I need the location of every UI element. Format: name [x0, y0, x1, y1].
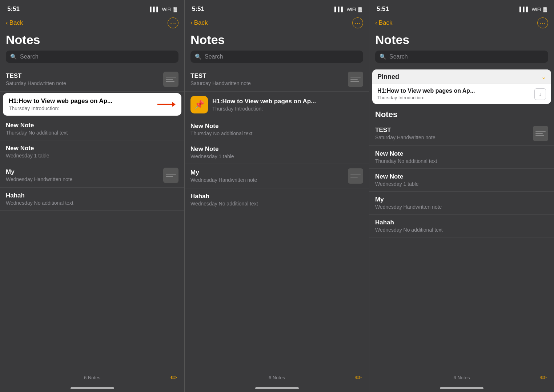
more-button-3[interactable]: ···: [537, 17, 548, 28]
thumb-line: [535, 135, 544, 136]
note-item-2-5[interactable]: My Wednesday Handwritten note: [185, 164, 369, 188]
search-bar-3[interactable]: 🔍 Search: [375, 51, 548, 63]
more-icon-2: ···: [355, 19, 361, 27]
search-bar-2[interactable]: 🔍 Search: [190, 51, 363, 63]
pinned-chevron-icon[interactable]: ⌄: [541, 73, 546, 80]
pinned-note-title: H1:How to View web pages on Ap...: [377, 88, 475, 94]
note-title-2-2: H1:How to View web pages on Ap...: [212, 98, 363, 105]
thumb-line: [166, 77, 176, 77]
battery-icon-2: ▓: [358, 7, 362, 12]
arrow-right-icon: [157, 102, 176, 107]
note-subtitle-1-4: Wednesday 1 table: [6, 153, 178, 159]
note-item-2-6[interactable]: Hahah Wednesday No additional text: [185, 188, 369, 211]
note-title-1-2: H1:How to View web pages on Ap...: [9, 97, 153, 105]
thumb-line: [535, 131, 546, 132]
note-item-3-5[interactable]: Hahah Wednesday No additional text: [369, 215, 554, 237]
note-item-3-3[interactable]: New Note Wednesday 1 table: [369, 169, 554, 192]
notes-list-3: TEST Saturday Handwritten note New Note …: [369, 121, 554, 392]
note-content-1-6: Hahah Wednesday No additional text: [6, 192, 178, 206]
note-item-1-4[interactable]: New Note Wednesday 1 table: [0, 140, 184, 163]
note-item-3-4[interactable]: My Wednesday Handwritten note: [369, 192, 554, 215]
note-item-1-1[interactable]: TEST Saturday Handwritten note: [0, 67, 184, 92]
note-content-3-4: My Wednesday Handwritten note: [375, 196, 548, 210]
thumb-line: [350, 77, 361, 77]
pinned-download-button[interactable]: ↓: [534, 88, 546, 100]
chevron-left-icon-2: ‹: [190, 19, 193, 27]
wifi-icon-2: WiFi: [347, 7, 356, 12]
back-button-2[interactable]: ‹ Back: [190, 19, 208, 27]
note-content-1-3: New Note Thursday No additional text: [6, 122, 178, 136]
nav-bar-3: ‹ Back ···: [369, 16, 554, 31]
note-subtitle-1-5: Wednesday Handwritten note: [6, 176, 159, 182]
note-title-3-3: New Note: [375, 173, 548, 180]
footer-count-3: 6 Notes: [454, 375, 470, 380]
note-title-2-3: New Note: [190, 123, 363, 130]
note-item-1-3[interactable]: New Note Thursday No additional text: [0, 117, 184, 140]
note-subtitle-1-1: Saturday Handwritten note: [6, 80, 159, 86]
signal-icon-3: ▌▌▌: [519, 7, 530, 12]
note-content-3-1: TEST Saturday Handwritten note: [375, 127, 529, 140]
note-content-3-5: Hahah Wednesday No additional text: [375, 219, 548, 233]
more-button-1[interactable]: ···: [168, 17, 178, 28]
note-content-2-1: TEST Saturday Handwritten note: [190, 72, 344, 86]
panel-3: 5:51 ▌▌▌ WiFi ▓ ‹ Back ··· Notes 🔍 Searc…: [369, 0, 554, 392]
compose-button-1[interactable]: ✏: [170, 373, 177, 383]
back-button-1[interactable]: ‹ Back: [6, 19, 23, 27]
note-content-3-3: New Note Wednesday 1 table: [375, 173, 548, 187]
note-title-1-4: New Note: [6, 145, 178, 152]
note-title-1-6: Hahah: [6, 192, 178, 199]
note-subtitle-2-2: Thursday Introduction:: [212, 106, 363, 112]
note-item-1-5[interactable]: My Wednesday Handwritten note: [0, 163, 184, 188]
pinned-note-content: H1:How to View web pages on Ap... Thursd…: [377, 88, 475, 100]
note-item-2-3[interactable]: New Note Thursday No additional text: [185, 118, 369, 141]
note-item-2-1[interactable]: TEST Saturday Handwritten note: [185, 67, 369, 92]
home-indicator-2: [255, 387, 299, 389]
note-item-3-1[interactable]: TEST Saturday Handwritten note: [369, 121, 554, 146]
search-bar-1[interactable]: 🔍 Search: [6, 51, 178, 63]
back-button-3[interactable]: ‹ Back: [375, 19, 392, 27]
note-item-1-6[interactable]: Hahah Wednesday No additional text: [0, 188, 184, 211]
note-title-2-4: New Note: [190, 145, 363, 153]
search-icon-2: 🔍: [195, 53, 202, 60]
back-label-1[interactable]: Back: [9, 19, 23, 27]
note-title-3-4: My: [375, 196, 548, 203]
thumb-line: [166, 81, 174, 82]
status-bar-2: 5:51 ▌▌▌ WiFi ▓: [185, 0, 369, 16]
thumb-line: [166, 174, 176, 175]
thumb-lines-1-1: [166, 77, 176, 82]
pin-icon-2: 📌: [190, 96, 208, 113]
more-button-2[interactable]: ···: [352, 17, 363, 28]
thumb-lines: [350, 175, 361, 177]
thumb-line: [166, 79, 173, 80]
back-label-3[interactable]: Back: [379, 19, 393, 27]
footer-count-2: 6 Notes: [269, 375, 285, 380]
note-subtitle-2-4: Wednesday 1 table: [190, 153, 363, 159]
note-subtitle-1-6: Wednesday No additional text: [6, 200, 178, 206]
note-title-3-5: Hahah: [375, 219, 548, 226]
thumb-lines: [350, 77, 361, 82]
status-bar-1: 5:51 ▌▌▌ WiFi ▓: [0, 0, 184, 16]
note-item-1-2[interactable]: H1:How to View web pages on Ap... Thursd…: [3, 93, 181, 116]
thumb-line: [350, 79, 358, 80]
note-thumb-2-1: [348, 72, 363, 87]
note-title-3-1: TEST: [375, 127, 529, 134]
compose-button-3[interactable]: ✏: [540, 373, 547, 383]
panel-1: 5:51 ▌▌▌ WiFi ▓ ‹ Back ··· Notes 🔍 Searc…: [0, 0, 185, 392]
note-thumb-3-1: [533, 126, 548, 141]
pinned-header: Pinned ⌄: [372, 69, 551, 84]
pinned-section: Pinned ⌄ H1:How to View web pages on Ap.…: [372, 69, 551, 104]
pinned-note[interactable]: H1:How to View web pages on Ap... Thursd…: [372, 84, 551, 104]
note-title-1-1: TEST: [6, 72, 159, 80]
note-content-2-6: Hahah Wednesday No additional text: [190, 193, 363, 207]
note-item-3-2[interactable]: New Note Thursday No additional text: [369, 146, 554, 169]
search-icon-3: 🔍: [380, 53, 386, 60]
more-icon-1: ···: [170, 19, 176, 27]
signal-icon-2: ▌▌▌: [334, 7, 345, 12]
note-item-2-4[interactable]: New Note Wednesday 1 table: [185, 141, 369, 164]
compose-button-2[interactable]: ✏: [355, 373, 362, 383]
note-title-1-3: New Note: [6, 122, 178, 129]
search-placeholder-1: Search: [20, 53, 39, 60]
note-content-2-2: H1:How to View web pages on Ap... Thursd…: [212, 98, 363, 112]
back-label-2[interactable]: Back: [194, 19, 208, 27]
note-item-2-2[interactable]: 📌 H1:How to View web pages on Ap... Thur…: [185, 92, 369, 118]
